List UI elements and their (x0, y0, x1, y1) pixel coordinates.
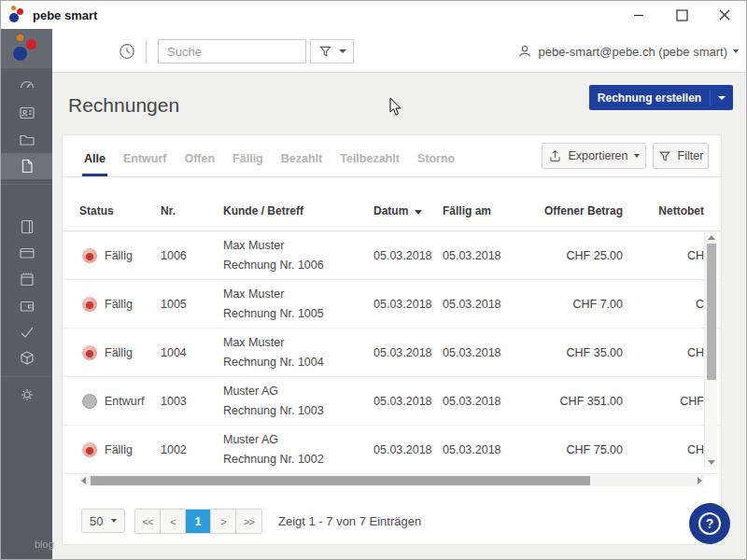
scroll-down-icon[interactable] (708, 460, 715, 465)
sidebar-item-dashboard[interactable] (1, 72, 52, 98)
history-clock-icon[interactable] (116, 40, 138, 63)
first-page-button[interactable]: << (135, 510, 161, 533)
column-offener-betrag[interactable]: Offener Betrag (511, 204, 623, 217)
wallet-icon (18, 297, 36, 315)
create-invoice-button[interactable]: Rechnung erstellen (589, 85, 733, 110)
net-amount-clipped: CH (646, 329, 704, 377)
vertical-scrollbar[interactable] (704, 232, 717, 468)
maximize-button[interactable] (660, 1, 703, 29)
export-label: Exportieren (569, 149, 628, 162)
bank-card-icon (18, 244, 36, 262)
status-entwurf-icon (82, 394, 97, 409)
export-button[interactable]: Exportieren (542, 143, 646, 169)
column-kunde-betreff[interactable]: Kunde / Betreff (223, 204, 303, 217)
invoice-date: 05.03.2018 (374, 426, 432, 474)
tab-teilbezahlt[interactable]: Teilbezahlt (338, 152, 402, 176)
sidebar-item-products[interactable] (1, 345, 52, 371)
column-faellig-am[interactable]: Fällig am (443, 204, 491, 217)
sidebar-item-settings[interactable] (1, 382, 52, 408)
create-invoice-dropdown[interactable] (711, 96, 733, 100)
table-row[interactable]: Entwurf 1003 Muster AG Rechnung Nr. 1003… (63, 377, 721, 426)
invoice-number: 1003 (161, 377, 187, 426)
status-label: Fällig (105, 231, 133, 280)
invoice-table-body: Fällig 1006 Max Muster Rechnung Nr. 1006… (63, 231, 721, 474)
column-status[interactable]: Status (79, 204, 114, 217)
invoice-date: 05.03.2018 (374, 329, 432, 377)
sidebar-item-contacts[interactable] (1, 100, 52, 126)
window-title: pebe smart (33, 8, 97, 22)
customer-name: Max Muster (223, 336, 284, 349)
table-row[interactable]: Fällig 1004 Max Muster Rechnung Nr. 1004… (63, 329, 721, 377)
horizontal-scroll-thumb[interactable] (91, 476, 590, 485)
sidebar-item-wallet[interactable] (1, 293, 52, 319)
search-filter-button[interactable] (310, 39, 354, 63)
column-datum[interactable]: Datum (374, 204, 422, 217)
sidebar-item-folder[interactable] (1, 127, 52, 153)
net-amount-clipped: CH (646, 231, 704, 280)
prev-page-button[interactable]: < (161, 510, 186, 533)
close-button[interactable] (703, 1, 746, 29)
app-logo-icon (8, 5, 31, 25)
tab-storno[interactable]: Storno (416, 152, 457, 176)
tab-alle[interactable]: Alle (82, 152, 107, 176)
customer-name: Max Muster (223, 287, 284, 301)
user-menu[interactable]: pebe-smart@pebe.ch (pebe smart) (517, 40, 739, 63)
sidebar-item-tasks[interactable] (1, 319, 52, 345)
next-page-button[interactable]: > (211, 510, 236, 533)
sort-desc-icon (415, 210, 422, 215)
due-date: 05.03.2018 (443, 231, 501, 280)
table-header: Status Nr. Kunde / Betreff Datum Fällig … (63, 177, 721, 231)
ledger-icon (18, 217, 36, 236)
last-page-button[interactable]: >> (236, 510, 261, 533)
question-mark-icon: ? (698, 512, 721, 535)
open-amount: CHF 7.00 (511, 280, 623, 329)
invoice-subject: Rechnung Nr. 1003 (223, 404, 324, 417)
invoice-date: 05.03.2018 (374, 280, 432, 329)
filter-button[interactable]: Filter (653, 143, 709, 169)
toolbar-divider (146, 40, 147, 63)
pager: << < 1 > >> (134, 509, 262, 534)
open-amount: CHF 35.00 (511, 329, 623, 377)
column-nettobetrag[interactable]: Nettobet (643, 204, 704, 217)
sidebar-item-invoices[interactable] (1, 153, 52, 179)
chevron-down-icon (733, 49, 739, 53)
status-label: Fällig (105, 329, 133, 377)
due-date: 05.03.2018 (443, 377, 501, 426)
page-size-select[interactable]: 50 (81, 509, 125, 533)
minimize-button[interactable] (617, 1, 660, 29)
sidebar-logo-icon[interactable] (1, 29, 52, 68)
sidebar-item-banking[interactable] (1, 240, 52, 266)
table-row[interactable]: Fällig 1006 Max Muster Rechnung Nr. 1006… (63, 231, 721, 280)
invoice-number: 1004 (161, 329, 187, 377)
tab-faellig[interactable]: Fällig (231, 152, 265, 176)
status-tabs-bar: Alle Entwurf Offen Fällig Bezahlt Teilbe… (63, 135, 721, 177)
blog-label[interactable]: blog (35, 539, 54, 550)
status-faellig-icon (82, 345, 97, 360)
status-label: Entwurf (105, 377, 144, 426)
horizontal-scrollbar[interactable] (79, 475, 704, 486)
sidebar-item-calendar[interactable] (1, 266, 52, 292)
scroll-up-icon[interactable] (708, 235, 715, 240)
tab-bezahlt[interactable]: Bezahlt (279, 152, 324, 176)
page-size-value: 50 (90, 514, 103, 528)
create-invoice-label: Rechnung erstellen (589, 91, 710, 105)
search-input[interactable] (158, 39, 306, 63)
scroll-right-icon[interactable] (698, 477, 702, 484)
sidebar-item-ledger[interactable] (1, 214, 52, 240)
table-row[interactable]: Fällig 1005 Max Muster Rechnung Nr. 1005… (63, 280, 721, 329)
scroll-left-icon[interactable] (81, 477, 86, 484)
help-button[interactable]: ? (689, 503, 730, 544)
tab-offen[interactable]: Offen (182, 152, 217, 176)
vertical-scroll-thumb[interactable] (707, 244, 716, 380)
page-1-button[interactable]: 1 (186, 510, 211, 533)
tab-entwurf[interactable]: Entwurf (121, 152, 169, 176)
sidebar-nav: blog (1, 29, 52, 560)
status-faellig-icon (82, 442, 97, 457)
invoice-subject: Rechnung Nr. 1005 (223, 307, 324, 320)
net-amount-clipped: CHF (646, 377, 704, 426)
status-label: Fällig (105, 426, 133, 474)
column-nr[interactable]: Nr. (161, 204, 176, 217)
table-row[interactable]: Fällig 1002 Muster AG Rechnung Nr. 1002 … (63, 426, 721, 474)
chevron-down-icon (718, 96, 726, 100)
invoice-date: 05.03.2018 (374, 377, 432, 426)
